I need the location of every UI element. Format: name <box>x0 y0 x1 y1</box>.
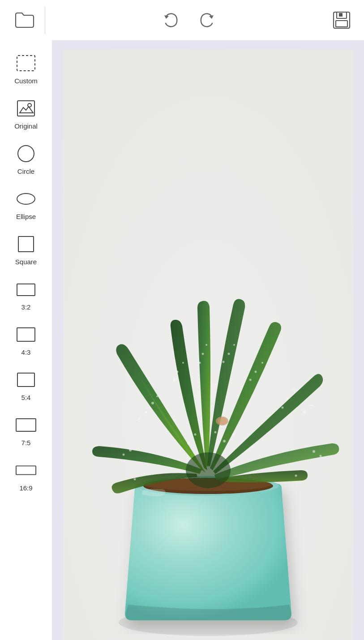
svg-point-33 <box>233 344 235 346</box>
square-label: Square <box>15 258 37 266</box>
svg-rect-3 <box>339 13 343 17</box>
svg-rect-4 <box>17 56 35 71</box>
svg-point-52 <box>223 440 226 442</box>
ratio-16-9-icon <box>15 459 37 481</box>
svg-point-30 <box>206 344 207 346</box>
svg-point-40 <box>281 407 283 409</box>
sidebar-item-ratio-5-4[interactable]: 5:4 <box>0 361 52 407</box>
svg-rect-14 <box>16 466 36 474</box>
svg-point-47 <box>133 478 136 481</box>
original-label: Original <box>14 122 38 130</box>
svg-point-26 <box>176 371 178 373</box>
svg-rect-5 <box>17 101 34 116</box>
svg-rect-12 <box>17 373 34 387</box>
svg-point-35 <box>254 371 257 373</box>
svg-point-6 <box>28 103 31 107</box>
svg-point-45 <box>313 450 315 453</box>
ratio-7-5-label: 7:5 <box>21 439 31 447</box>
ellipse-icon <box>15 188 37 210</box>
ratio-5-4-label: 5:4 <box>21 394 31 401</box>
sidebar-item-original[interactable]: Original <box>0 90 52 135</box>
svg-point-51 <box>214 431 216 434</box>
custom-label: Custom <box>14 77 38 85</box>
open-folder-button[interactable] <box>9 0 40 40</box>
svg-point-36 <box>261 362 263 364</box>
sidebar-item-ellipse[interactable]: Ellipse <box>0 180 52 226</box>
ratio-7-5-icon <box>15 414 37 436</box>
ratio-4-3-icon <box>15 323 37 346</box>
original-icon <box>15 97 37 120</box>
svg-point-42 <box>311 404 313 406</box>
image-canvas[interactable] <box>63 49 353 640</box>
undo-button[interactable] <box>160 9 182 31</box>
svg-point-7 <box>18 146 34 162</box>
svg-point-53 <box>232 434 234 436</box>
svg-rect-11 <box>17 328 35 341</box>
svg-point-48 <box>295 475 297 477</box>
ratio-16-9-label: 16:9 <box>19 484 32 492</box>
plant-svg <box>63 49 353 640</box>
sidebar-item-ratio-7-5[interactable]: 7:5 <box>0 407 52 452</box>
circle-icon <box>15 142 37 165</box>
square-icon <box>15 233 37 255</box>
sidebar-item-square[interactable]: Square <box>0 226 52 271</box>
main-content: Custom Original Circle <box>0 40 364 640</box>
toolbar <box>0 0 364 40</box>
svg-point-34 <box>222 361 224 363</box>
svg-point-50 <box>194 434 196 436</box>
sidebar-item-custom[interactable]: Custom <box>0 45 52 90</box>
svg-point-37 <box>249 379 251 381</box>
svg-rect-13 <box>16 419 36 431</box>
ratio-3-2-label: 3:2 <box>21 303 31 311</box>
svg-point-39 <box>293 389 295 391</box>
svg-point-28 <box>173 379 175 381</box>
toolbar-divider <box>45 7 45 34</box>
svg-point-27 <box>182 362 184 364</box>
save-button[interactable] <box>328 7 355 34</box>
svg-point-55 <box>218 418 227 424</box>
svg-point-46 <box>319 455 321 457</box>
svg-point-25 <box>138 418 140 420</box>
toolbar-actions <box>50 9 328 31</box>
canvas-area <box>52 40 364 640</box>
svg-point-44 <box>122 454 124 456</box>
svg-point-8 <box>17 193 35 204</box>
svg-rect-9 <box>18 236 34 252</box>
ratio-5-4-icon <box>15 369 37 391</box>
svg-point-23 <box>145 411 147 413</box>
custom-icon <box>15 52 37 74</box>
svg-point-31 <box>198 362 201 364</box>
svg-point-49 <box>187 442 190 445</box>
svg-point-29 <box>201 353 204 355</box>
redo-button[interactable] <box>196 9 218 31</box>
sidebar-item-ratio-16-9[interactable]: 16:9 <box>0 452 52 497</box>
svg-point-22 <box>151 402 154 404</box>
svg-point-21 <box>186 452 231 488</box>
ratio-4-3-label: 4:3 <box>21 348 31 356</box>
circle-label: Circle <box>17 168 34 175</box>
sidebar-item-ratio-3-2[interactable]: 3:2 <box>0 271 52 316</box>
svg-rect-2 <box>336 21 347 27</box>
svg-point-24 <box>156 395 158 397</box>
svg-point-43 <box>129 449 132 451</box>
sidebar-item-ratio-4-3[interactable]: 4:3 <box>0 316 52 361</box>
svg-point-38 <box>286 398 288 400</box>
svg-rect-10 <box>17 284 35 296</box>
ratio-3-2-icon <box>15 278 37 301</box>
sidebar-item-circle[interactable]: Circle <box>0 135 52 180</box>
sidebar: Custom Original Circle <box>0 40 52 640</box>
ellipse-label: Ellipse <box>16 213 36 220</box>
svg-point-32 <box>227 353 230 355</box>
svg-point-41 <box>304 411 306 413</box>
